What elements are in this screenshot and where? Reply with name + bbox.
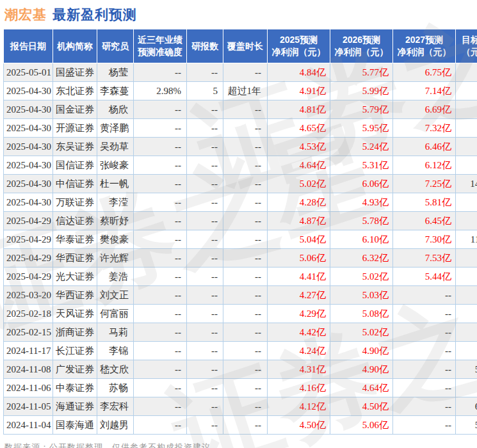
- table-cell: --: [223, 342, 268, 360]
- table-cell: --: [223, 175, 268, 193]
- table-cell: 2025-04-29: [4, 268, 53, 286]
- table-row: 2024-11-08广发证券嵇文欣------4.31亿4.90亿--5.86: [4, 360, 477, 379]
- table-cell: 2025-02-15: [4, 323, 53, 342]
- column-header: 2026预测 净利润（元）: [330, 29, 393, 63]
- company-name: 潮宏基: [4, 7, 47, 22]
- table-cell: 刘越男: [97, 416, 134, 435]
- table-cell: --: [393, 416, 456, 435]
- table-cell: 4.41亿: [268, 268, 330, 286]
- table-cell: 4.64亿: [268, 156, 330, 175]
- table-cell: 广发证券: [53, 360, 97, 379]
- table-cell: 4.16亿: [268, 379, 330, 397]
- table-row: 2025-02-15浙商证券马莉------4.42亿5.02亿----: [4, 323, 477, 342]
- table-cell: 5: [187, 82, 223, 100]
- table-cell: --: [134, 360, 187, 379]
- table-cell: 6.10亿: [330, 230, 393, 249]
- table-cell: 开源证券: [53, 119, 97, 138]
- table-cell: --: [223, 212, 268, 230]
- table-cell: --: [134, 175, 187, 193]
- table-cell: 光大证券: [53, 268, 97, 286]
- table-cell: 2025-05-01: [4, 63, 53, 82]
- table-cell: 4.31亿: [268, 360, 330, 379]
- column-header: 机构简称: [53, 29, 97, 63]
- table-cell: 4.81亿: [268, 100, 330, 119]
- table-cell: --: [393, 360, 456, 379]
- table-cell: 国信证券: [53, 156, 97, 175]
- table-cell: --: [223, 286, 268, 305]
- table-cell: --: [187, 100, 223, 119]
- table-cell: --: [223, 100, 268, 119]
- table-cell: --: [456, 305, 477, 323]
- table-cell: 万联证券: [53, 193, 97, 212]
- table-cell: 杨欣: [97, 100, 134, 119]
- table-cell: 樊俊豪: [97, 230, 134, 249]
- column-header: 目标价 （元）: [456, 29, 477, 63]
- table-cell: --: [187, 286, 223, 305]
- table-cell: 国金证券: [53, 100, 97, 119]
- table-cell: --: [134, 63, 187, 82]
- table-row: 2025-04-29光大证券姜浩------4.41亿5.02亿5.44亿--: [4, 268, 477, 286]
- table-cell: 黄泽鹏: [97, 119, 134, 138]
- table-cell: --: [456, 119, 477, 138]
- table-cell: --: [223, 230, 268, 249]
- table-cell: --: [223, 268, 268, 286]
- table-cell: --: [393, 323, 456, 342]
- table-cell: 2025-04-30: [4, 175, 53, 193]
- table-cell: 2025-04-30: [4, 138, 53, 156]
- table-cell: --: [456, 286, 477, 305]
- table-cell: 4.12亿: [268, 397, 330, 416]
- table-cell: --: [456, 323, 477, 342]
- table-cell: 4.84亿: [268, 63, 330, 82]
- table-cell: 李森蔓: [97, 82, 134, 100]
- table-row: 2025-04-30东吴证券吴劲草------4.53亿5.24亿6.46亿--: [4, 138, 477, 156]
- table-cell: 嵇文欣: [97, 360, 134, 379]
- table-cell: 5.08亿: [330, 305, 393, 323]
- column-header: 覆盖时长: [223, 29, 268, 63]
- table-row: 2025-04-30中信证券杜一帆------5.02亿6.06亿7.25亿14…: [4, 175, 477, 193]
- column-header: 研报数: [187, 29, 223, 63]
- table-cell: --: [187, 156, 223, 175]
- forecast-table: 报告日期机构简称研究员近三年业绩 预测准确度研报数覆盖时长2025预测 净利润（…: [3, 29, 477, 435]
- table-cell: --: [187, 323, 223, 342]
- table-cell: --: [393, 342, 456, 360]
- table-cell: --: [187, 119, 223, 138]
- table-cell: 4.65亿: [268, 119, 330, 138]
- table-cell: 5.03亿: [330, 286, 393, 305]
- table-cell: 5.79亿: [330, 100, 393, 119]
- table-cell: --: [134, 138, 187, 156]
- table-cell: 6.00: [456, 397, 477, 416]
- table-row: 2025-02-18天风证券何富丽------4.29亿5.08亿----: [4, 305, 477, 323]
- table-cell: 5.72: [456, 416, 477, 435]
- table-cell: 6.46亿: [393, 138, 456, 156]
- table-cell: 4.64亿: [330, 379, 393, 397]
- table-cell: 7.32亿: [393, 119, 456, 138]
- table-cell: --: [223, 156, 268, 175]
- table-cell: --: [223, 379, 268, 397]
- table-cell: 2025-04-30: [4, 82, 53, 100]
- table-cell: --: [223, 305, 268, 323]
- table-cell: --: [223, 193, 268, 212]
- table-cell: --: [187, 416, 223, 435]
- table-cell: --: [134, 268, 187, 286]
- table-cell: 2025-02-18: [4, 305, 53, 323]
- table-cell: 5.06亿: [330, 416, 393, 435]
- table-cell: 7.53亿: [393, 249, 456, 268]
- table-cell: 4.93亿: [330, 193, 393, 212]
- table-cell: --: [134, 286, 187, 305]
- table-cell: 5.02亿: [268, 175, 330, 193]
- table-cell: 11.80: [456, 230, 477, 249]
- table-cell: 6.32亿: [330, 249, 393, 268]
- table-cell: --: [134, 342, 187, 360]
- table-cell: --: [187, 397, 223, 416]
- table-cell: 7.25亿: [393, 175, 456, 193]
- page-title: 潮宏基最新盈利预测: [0, 0, 477, 29]
- table-cell: --: [187, 175, 223, 193]
- table-cell: 超过1年: [223, 82, 268, 100]
- table-cell: 4.90亿: [330, 342, 393, 360]
- table-cell: 华泰证券: [53, 230, 97, 249]
- table-cell: 2025-03-20: [4, 286, 53, 305]
- table-cell: 14.00: [456, 175, 477, 193]
- table-row: 2024-11-05海通证券李宏科------4.12亿4.50亿--6.00: [4, 397, 477, 416]
- table-cell: --: [134, 323, 187, 342]
- table-cell: 国泰海通: [53, 416, 97, 435]
